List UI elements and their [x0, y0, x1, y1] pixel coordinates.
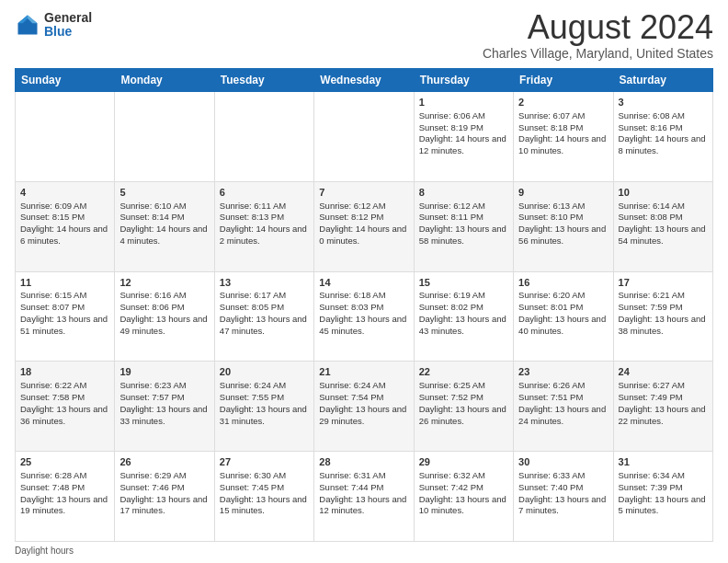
day-info: Sunrise: 6:26 AM	[518, 380, 608, 392]
calendar-cell: 22Sunrise: 6:25 AMSunset: 7:52 PMDayligh…	[414, 362, 513, 452]
day-info: Sunrise: 6:31 AM	[319, 470, 408, 482]
calendar-cell	[115, 92, 214, 182]
day-number: 13	[220, 276, 309, 290]
day-number: 9	[518, 186, 608, 200]
calendar-cell: 24Sunrise: 6:27 AMSunset: 7:49 PMDayligh…	[613, 362, 712, 452]
day-info: Sunrise: 6:28 AM	[20, 470, 109, 482]
calendar-cell: 8Sunrise: 6:12 AMSunset: 8:11 PMDaylight…	[414, 181, 513, 271]
day-info: Daylight: 14 hours and 6 minutes.	[20, 224, 109, 247]
calendar-day-header: Tuesday	[214, 69, 313, 92]
day-number: 21	[319, 365, 408, 379]
day-info: Sunset: 8:11 PM	[419, 212, 508, 224]
day-info: Sunrise: 6:12 AM	[419, 201, 508, 213]
day-info: Daylight: 13 hours and 33 minutes.	[119, 404, 209, 428]
day-number: 14	[319, 276, 408, 290]
day-info: Sunset: 8:05 PM	[220, 302, 309, 314]
day-number: 15	[419, 276, 508, 290]
logo: General Blue	[15, 11, 92, 40]
month-title: August 2024	[483, 11, 713, 44]
day-info: Daylight: 13 hours and 29 minutes.	[319, 404, 408, 428]
calendar-day-header: Sunday	[16, 69, 115, 92]
logo-general: General	[44, 11, 92, 25]
day-info: Daylight: 13 hours and 24 minutes.	[518, 404, 608, 428]
day-info: Daylight: 13 hours and 19 minutes.	[20, 494, 109, 518]
day-info: Daylight: 13 hours and 54 minutes.	[619, 224, 708, 247]
day-info: Sunset: 7:54 PM	[319, 392, 408, 404]
day-info: Daylight: 14 hours and 8 minutes.	[619, 133, 708, 157]
day-info: Sunset: 8:14 PM	[119, 212, 209, 224]
day-info: Sunrise: 6:30 AM	[220, 470, 309, 482]
day-number: 23	[518, 365, 608, 379]
day-info: Sunset: 8:18 PM	[518, 122, 608, 134]
day-number: 24	[619, 365, 708, 379]
calendar-day-header: Thursday	[414, 69, 513, 92]
calendar-cell: 6Sunrise: 6:11 AMSunset: 8:13 PMDaylight…	[214, 181, 313, 271]
day-info: Daylight: 13 hours and 38 minutes.	[619, 314, 708, 338]
day-info: Daylight: 13 hours and 5 minutes.	[619, 494, 708, 518]
day-number: 26	[119, 455, 209, 469]
calendar-cell: 15Sunrise: 6:19 AMSunset: 8:02 PMDayligh…	[414, 271, 513, 362]
calendar-cell	[16, 92, 115, 182]
calendar-cell: 27Sunrise: 6:30 AMSunset: 7:45 PMDayligh…	[214, 452, 313, 542]
calendar-cell: 4Sunrise: 6:09 AMSunset: 8:15 PMDaylight…	[16, 181, 115, 271]
day-info: Sunset: 8:19 PM	[419, 122, 508, 134]
calendar-cell: 2Sunrise: 6:07 AMSunset: 8:18 PMDaylight…	[514, 92, 613, 182]
calendar-cell: 13Sunrise: 6:17 AMSunset: 8:05 PMDayligh…	[214, 271, 313, 362]
day-number: 20	[220, 365, 309, 379]
logo-text: General Blue	[44, 11, 92, 40]
day-info: Sunrise: 6:09 AM	[20, 201, 109, 213]
day-info: Daylight: 14 hours and 12 minutes.	[419, 133, 508, 157]
day-info: Daylight: 13 hours and 7 minutes.	[518, 494, 608, 518]
day-number: 5	[119, 186, 209, 200]
day-number: 18	[20, 365, 109, 379]
day-number: 6	[220, 186, 309, 200]
day-number: 17	[619, 276, 708, 290]
day-info: Sunrise: 6:11 AM	[220, 201, 309, 213]
calendar-cell: 19Sunrise: 6:23 AMSunset: 7:57 PMDayligh…	[115, 362, 214, 452]
calendar-cell: 10Sunrise: 6:14 AMSunset: 8:08 PMDayligh…	[613, 181, 712, 271]
day-info: Sunrise: 6:16 AM	[119, 290, 209, 302]
day-info: Daylight: 13 hours and 10 minutes.	[419, 494, 508, 518]
day-number: 22	[419, 365, 508, 379]
day-info: Sunrise: 6:25 AM	[419, 380, 508, 392]
day-info: Sunrise: 6:27 AM	[619, 380, 708, 392]
day-info: Daylight: 14 hours and 0 minutes.	[319, 224, 408, 247]
day-info: Daylight: 13 hours and 58 minutes.	[419, 224, 508, 247]
logo-icon	[15, 12, 40, 38]
day-number: 10	[619, 186, 708, 200]
day-info: Daylight: 13 hours and 26 minutes.	[419, 404, 508, 428]
day-info: Sunrise: 6:33 AM	[518, 470, 608, 482]
calendar-week-row: 11Sunrise: 6:15 AMSunset: 8:07 PMDayligh…	[16, 271, 713, 362]
day-info: Daylight: 13 hours and 36 minutes.	[20, 404, 109, 428]
day-info: Sunset: 8:01 PM	[518, 302, 608, 314]
footer-note: Daylight hours	[15, 546, 713, 556]
calendar-cell: 3Sunrise: 6:08 AMSunset: 8:16 PMDaylight…	[613, 92, 712, 182]
day-info: Sunset: 8:07 PM	[20, 302, 109, 314]
calendar-cell: 11Sunrise: 6:15 AMSunset: 8:07 PMDayligh…	[16, 271, 115, 362]
day-info: Sunset: 8:13 PM	[220, 212, 309, 224]
calendar-cell: 12Sunrise: 6:16 AMSunset: 8:06 PMDayligh…	[115, 271, 214, 362]
day-info: Sunrise: 6:23 AM	[119, 380, 209, 392]
day-info: Sunset: 7:40 PM	[518, 482, 608, 494]
calendar-table: SundayMondayTuesdayWednesdayThursdayFrid…	[15, 68, 713, 542]
day-info: Daylight: 13 hours and 40 minutes.	[518, 314, 608, 338]
day-info: Daylight: 13 hours and 45 minutes.	[319, 314, 408, 338]
calendar-cell: 21Sunrise: 6:24 AMSunset: 7:54 PMDayligh…	[314, 362, 414, 452]
day-info: Sunrise: 6:13 AM	[518, 201, 608, 213]
day-number: 8	[419, 186, 508, 200]
day-info: Daylight: 13 hours and 31 minutes.	[220, 404, 309, 428]
calendar-week-row: 1Sunrise: 6:06 AMSunset: 8:19 PMDaylight…	[16, 92, 713, 182]
day-number: 19	[119, 365, 209, 379]
day-number: 31	[619, 455, 708, 469]
calendar-week-row: 18Sunrise: 6:22 AMSunset: 7:58 PMDayligh…	[16, 362, 713, 452]
day-info: Sunset: 7:44 PM	[319, 482, 408, 494]
calendar-cell: 30Sunrise: 6:33 AMSunset: 7:40 PMDayligh…	[514, 452, 613, 542]
day-info: Sunrise: 6:10 AM	[119, 201, 209, 213]
day-info: Daylight: 13 hours and 12 minutes.	[319, 494, 408, 518]
day-info: Daylight: 14 hours and 2 minutes.	[220, 224, 309, 247]
calendar-cell: 29Sunrise: 6:32 AMSunset: 7:42 PMDayligh…	[414, 452, 513, 542]
calendar-cell: 18Sunrise: 6:22 AMSunset: 7:58 PMDayligh…	[16, 362, 115, 452]
calendar-cell	[314, 92, 414, 182]
day-info: Sunset: 8:02 PM	[419, 302, 508, 314]
day-info: Daylight: 13 hours and 43 minutes.	[419, 314, 508, 338]
